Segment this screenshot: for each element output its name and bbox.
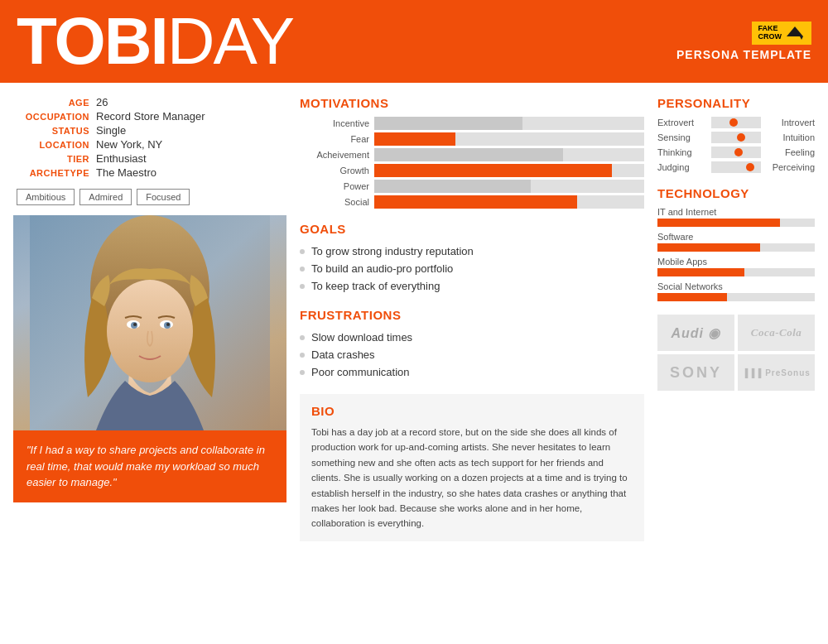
motivation-fill <box>374 117 522 130</box>
age-row: AGE 26 <box>13 96 286 108</box>
quote-text: "If I had a way to share projects and co… <box>26 444 265 488</box>
location-label: LOCATION <box>13 140 96 150</box>
slider-left-label: Extrovert <box>657 118 711 127</box>
slider-dot <box>746 163 754 171</box>
frustration-item: Poor communication <box>300 363 644 381</box>
motivation-label: Social <box>300 197 374 207</box>
svg-marker-0 <box>787 26 803 36</box>
motivation-bar-row: Incentive <box>300 117 644 130</box>
tech-label: Software <box>657 232 815 242</box>
tech-fill <box>657 293 727 301</box>
frustrations-section: FRUSTRATIONS Slow download timesData cra… <box>300 308 644 381</box>
motivations-bars: Incentive Fear Acheivement Growth Power … <box>300 117 644 209</box>
svg-marker-1 <box>800 36 803 40</box>
goals-section: GOALS To grow strong industry reputation… <box>300 222 644 295</box>
motivation-label: Fear <box>300 134 374 144</box>
slider-left-label: Sensing <box>657 132 711 142</box>
technology-title: TECHNOLOGY <box>657 186 815 200</box>
frustrations-list: Slow download timesData crashesPoor comm… <box>300 329 644 381</box>
personality-section: PERSONALITY Extrovert Introvert Sensing … <box>657 96 815 173</box>
motivation-fill <box>374 164 612 177</box>
slider-right-label: Feeling <box>761 147 815 157</box>
tech-fill <box>657 268 744 276</box>
personality-slider-row: Extrovert Introvert <box>657 117 815 128</box>
frustrations-title: FRUSTRATIONS <box>300 308 644 322</box>
slider-dot <box>737 133 745 142</box>
tech-bar-row: IT and Internet <box>657 207 815 227</box>
brands-section: Audi ◉Coca-ColaSONY▐▐▐ PreSonus <box>657 315 815 391</box>
slider-track <box>711 117 761 128</box>
age-label: AGE <box>13 98 96 108</box>
motivation-track <box>374 117 644 130</box>
slider-right-label: Perceiving <box>761 162 815 172</box>
motivation-label: Acheivement <box>300 150 374 160</box>
motivation-bar-row: Acheivement <box>300 148 644 161</box>
tech-track <box>657 268 815 276</box>
location-row: LOCATION New York, NY <box>13 138 286 151</box>
tag-item: Ambitious <box>17 189 75 205</box>
tech-label: Mobile Apps <box>657 257 815 267</box>
personality-sliders: Extrovert Introvert Sensing Intuition Th… <box>657 117 815 173</box>
right-column: PERSONALITY Extrovert Introvert Sensing … <box>657 96 815 541</box>
persona-label: PERSONA TEMPLATE <box>676 48 811 61</box>
motivation-track <box>374 180 644 193</box>
tech-label: IT and Internet <box>657 207 815 217</box>
bullet-dot <box>300 284 305 289</box>
motivation-label: Growth <box>300 166 374 175</box>
bullet-dot <box>300 267 305 272</box>
name-title: TOBI DAY <box>17 8 293 74</box>
badge-text: FAKE CROW <box>758 25 782 41</box>
tech-bar-row: Social Networks <box>657 281 815 301</box>
svg-point-9 <box>133 323 137 326</box>
motivation-fill <box>374 148 563 161</box>
tech-bar-row: Mobile Apps <box>657 257 815 276</box>
personality-slider-row: Judging Perceiving <box>657 161 815 173</box>
fake-crow-badge: FAKE CROW <box>752 22 812 45</box>
motivation-bar-row: Growth <box>300 164 644 177</box>
age-value: 26 <box>96 96 108 108</box>
archetype-label: ARCHETYPE <box>13 168 96 178</box>
quote-box: "If I had a way to share projects and co… <box>13 430 286 502</box>
portrait-svg <box>30 215 270 430</box>
tech-track <box>657 243 815 252</box>
location-value: New York, NY <box>96 138 162 151</box>
motivation-label: Power <box>300 181 374 191</box>
crow-icon <box>785 25 805 41</box>
technology-section: TECHNOLOGY IT and Internet Software Mobi… <box>657 186 815 301</box>
bio-text: Tobi has a day job at a record store, bu… <box>311 425 633 531</box>
tags-row: AmbitiousAdmiredFocused <box>13 189 286 205</box>
svg-point-10 <box>166 323 170 326</box>
tech-fill <box>657 219 780 227</box>
middle-column: MOTIVATIONS Incentive Fear Acheivement G… <box>300 96 644 541</box>
goal-item: To keep track of everything <box>300 277 644 295</box>
brand-logo: Coca-Cola <box>738 315 815 351</box>
tech-track <box>657 219 815 227</box>
goal-item: To build an audio-pro portfolio <box>300 260 644 277</box>
brand-logo: ▐▐▐ PreSonus <box>738 354 815 391</box>
slider-left-label: Thinking <box>657 147 711 157</box>
tier-label: TIER <box>13 154 96 164</box>
goal-item: To grow strong industry reputation <box>300 243 644 260</box>
slider-dot <box>729 118 738 127</box>
frustration-item: Data crashes <box>300 346 644 363</box>
motivation-track <box>374 132 644 146</box>
slider-track <box>711 161 761 173</box>
personality-slider-row: Thinking Feeling <box>657 147 815 158</box>
motivation-label: Incentive <box>300 118 374 128</box>
bullet-dot <box>300 370 305 375</box>
tier-row: TIER Enthusiast <box>13 152 286 165</box>
tier-value: Enthusiast <box>96 152 147 165</box>
occupation-value: Record Store Manager <box>96 110 205 123</box>
motivations-title: MOTIVATIONS <box>300 96 644 110</box>
status-value: Single <box>96 124 126 137</box>
archetype-row: ARCHETYPE The Maestro <box>13 166 286 179</box>
occupation-row: OCCUPATION Record Store Manager <box>13 110 286 123</box>
bio-title: BIO <box>311 404 633 418</box>
slider-left-label: Judging <box>657 162 711 172</box>
header-right: FAKE CROW PERSONA TEMPLATE <box>676 22 811 61</box>
motivation-track <box>374 148 644 161</box>
tech-track <box>657 293 815 301</box>
bullet-dot <box>300 353 305 358</box>
left-column: AGE 26 OCCUPATION Record Store Manager S… <box>13 96 286 541</box>
status-label: STATUS <box>13 126 96 136</box>
